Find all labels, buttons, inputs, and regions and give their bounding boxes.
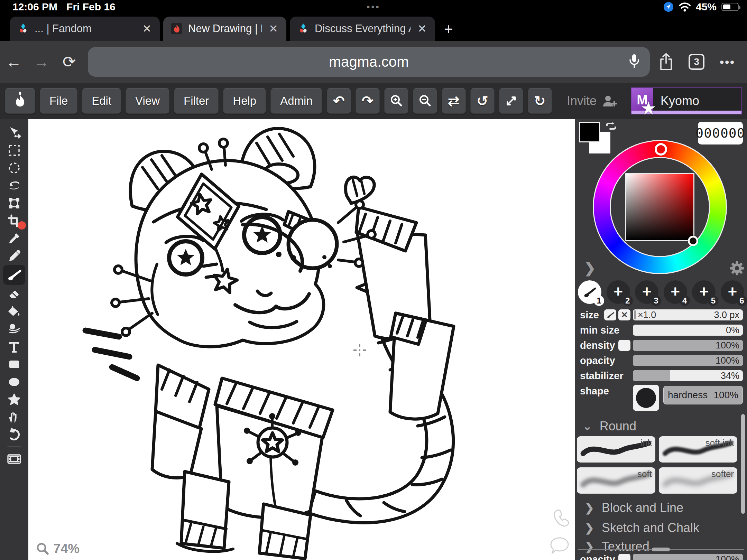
- magma-logo-button[interactable]: [5, 88, 35, 114]
- settings-gear-icon[interactable]: [729, 261, 745, 276]
- redo-button[interactable]: ↷: [356, 88, 380, 114]
- star-shape-tool[interactable]: [3, 391, 25, 408]
- tab-close-icon[interactable]: ✕: [141, 22, 153, 35]
- panel-expand-chevron[interactable]: ❯: [584, 260, 596, 276]
- zoom-out-button[interactable]: [413, 88, 437, 114]
- menu-edit[interactable]: Edit: [82, 88, 121, 114]
- undo-history-tool[interactable]: [3, 426, 25, 444]
- density-slider[interactable]: 100%: [633, 340, 743, 351]
- zoom-in-button[interactable]: [384, 88, 408, 114]
- text-tool[interactable]: [3, 338, 25, 355]
- tab-close-icon[interactable]: ✕: [267, 22, 279, 35]
- menu-help[interactable]: Help: [223, 88, 266, 114]
- tab-close-icon[interactable]: ✕: [416, 22, 428, 35]
- user-name: Kyomo: [653, 88, 741, 114]
- density-checkbox[interactable]: [618, 340, 630, 351]
- menu-filter[interactable]: Filter: [174, 88, 219, 114]
- back-button[interactable]: ←: [0, 53, 28, 71]
- size-brush-button[interactable]: [604, 309, 616, 320]
- brush-tool-active[interactable]: [3, 265, 25, 285]
- preset-softer[interactable]: softer: [659, 467, 737, 494]
- round-shape-dot: [636, 388, 656, 408]
- preset-label: softer: [711, 469, 734, 479]
- swap-colors-icon[interactable]: [604, 122, 618, 133]
- saturation-value-box[interactable]: [625, 173, 694, 241]
- forward-button[interactable]: →: [28, 53, 55, 71]
- opacity-slider[interactable]: 100%: [633, 355, 743, 366]
- hand-tool[interactable]: [3, 408, 25, 426]
- share-icon[interactable]: [659, 53, 673, 71]
- drawing-canvas[interactable]: 74%: [28, 119, 575, 560]
- user-chip[interactable]: M Kyomo ★: [631, 87, 742, 114]
- new-tab-button[interactable]: +: [444, 21, 453, 37]
- preset-ink[interactable]: ink: [577, 436, 655, 463]
- section-sketch-and-chalk[interactable]: ❯ Sketch and Chalk: [585, 521, 699, 535]
- min-size-slider[interactable]: 0%: [633, 325, 743, 336]
- move-tool[interactable]: [3, 124, 25, 141]
- address-bar[interactable]: magma.com: [88, 47, 650, 77]
- menu-file[interactable]: File: [40, 88, 77, 114]
- ellipse-select-tool[interactable]: [3, 159, 25, 177]
- ellipse-shape-tool[interactable]: [3, 373, 25, 391]
- size-clear-button[interactable]: ✕: [618, 309, 630, 320]
- slot-number: 4: [680, 296, 690, 306]
- rectangle-shape-tool[interactable]: [3, 355, 25, 373]
- hue-marker[interactable]: [655, 143, 667, 156]
- panel-resize-handle[interactable]: [652, 548, 670, 551]
- preset-soft[interactable]: soft: [577, 467, 655, 494]
- creature-drawing: [28, 119, 575, 560]
- stabilizer-value: 34%: [721, 370, 739, 381]
- panel-scrollbar[interactable]: [741, 414, 745, 514]
- menu-view[interactable]: View: [126, 88, 169, 114]
- rect-select-tool[interactable]: [3, 141, 25, 159]
- menu-admin[interactable]: Admin: [270, 88, 322, 114]
- brush-slot-4[interactable]: + 4: [664, 280, 687, 304]
- tab-fandom[interactable]: ... | Fandom ✕: [10, 17, 160, 41]
- density-label: density: [580, 340, 615, 351]
- tab-discuss[interactable]: Discuss Everything Abou ✕: [290, 17, 435, 41]
- transform-tool[interactable]: [3, 194, 25, 212]
- reset-view-button[interactable]: ↻: [528, 88, 552, 114]
- section-block-and-line[interactable]: ❯ Block and Line: [585, 501, 683, 515]
- tab-count-button[interactable]: 3: [689, 54, 704, 70]
- fullscreen-button[interactable]: [499, 88, 523, 114]
- voice-call-icon[interactable]: [549, 507, 570, 528]
- reload-button[interactable]: ⟳: [55, 53, 83, 71]
- brush-slot-5[interactable]: + 5: [692, 280, 716, 304]
- section-round[interactable]: ⌄ Round: [583, 419, 636, 433]
- sv-marker[interactable]: [688, 236, 698, 246]
- tab-magma-active[interactable]: New Drawing | Magma ✕: [163, 17, 286, 41]
- section-textured[interactable]: ❯ Textured: [585, 539, 649, 554]
- eraser-tool[interactable]: [3, 285, 25, 302]
- opacity-value: 100%: [716, 355, 739, 366]
- layer-opacity-slider[interactable]: 100%: [633, 554, 743, 560]
- timeline-tool[interactable]: [3, 450, 25, 468]
- foreground-color-swatch[interactable]: [579, 122, 600, 142]
- hex-color-input[interactable]: 000000: [698, 122, 743, 144]
- chat-bubble-icon[interactable]: [549, 536, 570, 556]
- brush-slot-3[interactable]: + 3: [635, 280, 658, 304]
- browser-menu-icon[interactable]: •••: [720, 55, 735, 69]
- fill-bucket-tool[interactable]: [3, 302, 25, 320]
- size-slider-handle[interactable]: [634, 310, 636, 319]
- invite-button[interactable]: Invite: [567, 94, 617, 108]
- brush-slot-2[interactable]: + 2: [607, 280, 630, 304]
- stabilizer-slider[interactable]: 34%: [633, 370, 743, 381]
- crop-tool[interactable]: [3, 212, 25, 230]
- zoom-indicator[interactable]: 74%: [36, 541, 80, 556]
- brush-slot-6[interactable]: + 6: [721, 280, 744, 304]
- eyedropper-tool[interactable]: [3, 230, 25, 247]
- brush-slot-1[interactable]: 1: [578, 280, 601, 304]
- undo-button[interactable]: ↶: [327, 88, 351, 114]
- hardness-control[interactable]: hardness 100%: [663, 386, 743, 404]
- pencil-tool[interactable]: [3, 247, 25, 265]
- flip-view-button[interactable]: ⇄: [442, 88, 466, 114]
- lasso-transform-tool[interactable]: [3, 177, 25, 194]
- layer-opacity-checkbox[interactable]: [618, 554, 630, 560]
- size-slider[interactable]: ×1.0 3.0 px: [633, 309, 743, 320]
- smudge-tool[interactable]: [3, 320, 25, 338]
- mic-icon[interactable]: [628, 54, 650, 70]
- rotate-ccw-button[interactable]: ↺: [470, 88, 495, 114]
- shape-preview-button[interactable]: [633, 385, 659, 411]
- preset-soft-ink[interactable]: soft ink: [659, 436, 737, 463]
